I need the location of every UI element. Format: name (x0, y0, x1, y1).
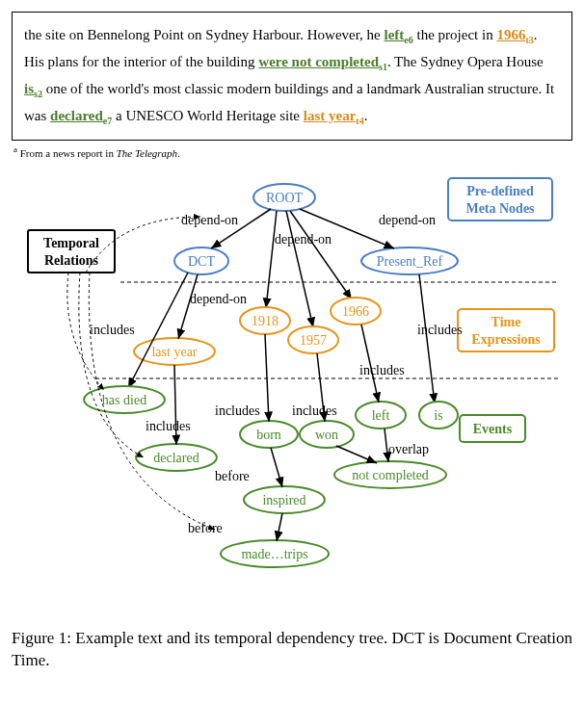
para-mid1: the project in (413, 27, 497, 42)
label-includes-2: includes (417, 323, 463, 337)
svg-text:1957: 1957 (300, 333, 327, 348)
label-before-1: before (215, 469, 250, 483)
figure-caption: Figure 1: Example text and its temporal … (12, 627, 572, 673)
svg-text:Meta Nodes: Meta Nodes (465, 201, 535, 216)
dependency-tree-diagram: Pre-defined Meta Nodes Temporal Relation… (22, 169, 562, 611)
svg-text:1918: 1918 (252, 314, 279, 328)
svg-text:DCT: DCT (188, 254, 215, 269)
label-includes-6: includes (359, 363, 405, 377)
svg-text:Pre-defined: Pre-defined (466, 184, 534, 198)
label-overlap-1: overlap (388, 442, 429, 456)
event-left: lefte6 (385, 27, 413, 42)
label-dependon-4: depend-on (190, 292, 247, 306)
svg-text:Present_Ref: Present_Ref (377, 254, 443, 269)
label-dependon-3: depend-on (379, 213, 436, 227)
label-dependon-1: depend-on (181, 213, 238, 227)
svg-text:made…trips: made…trips (241, 547, 307, 561)
svg-text:not completed: not completed (352, 468, 429, 482)
svg-text:inspired: inspired (262, 493, 305, 507)
svg-text:last year: last year (151, 345, 197, 359)
label-includes-1: includes (90, 323, 135, 337)
event-notcompleted: were not completeds1 (258, 54, 387, 69)
event-is: iss2 (24, 81, 42, 96)
label-dependon-2: depend-on (275, 232, 332, 247)
svg-text:is: is (434, 408, 442, 423)
footnote: a From a news report in The Telegraph. (12, 144, 572, 159)
svg-text:Temporal: Temporal (43, 236, 99, 250)
svg-text:Time: Time (491, 315, 521, 329)
para-mid3: . The Sydney Opera House (387, 54, 544, 69)
svg-text:Events: Events (473, 422, 513, 436)
svg-text:Expressions: Expressions (471, 332, 541, 347)
para-post: . (364, 108, 368, 123)
time-1966: 1966t3 (496, 27, 533, 42)
svg-text:declared: declared (153, 451, 199, 465)
label-includes-5: includes (292, 403, 337, 418)
label-includes-3: includes (146, 419, 191, 433)
svg-text:has died: has died (102, 393, 146, 407)
event-declared: declarede7 (50, 108, 112, 123)
para-pre: the site on Bennelong Point on Sydney Ha… (24, 27, 385, 42)
label-includes-4: includes (215, 403, 260, 418)
svg-text:1966: 1966 (342, 304, 369, 319)
svg-text:born: born (256, 428, 281, 442)
label-before-2: before (188, 521, 223, 535)
svg-text:left: left (372, 408, 390, 423)
example-text-box: the site on Bennelong Point on Sydney Ha… (12, 12, 572, 141)
time-lastyear: last yeart4 (304, 108, 364, 123)
svg-text:won: won (315, 428, 338, 442)
para-mid5: a UNESCO World Heritage site (112, 108, 303, 123)
svg-text:ROOT: ROOT (266, 191, 304, 205)
